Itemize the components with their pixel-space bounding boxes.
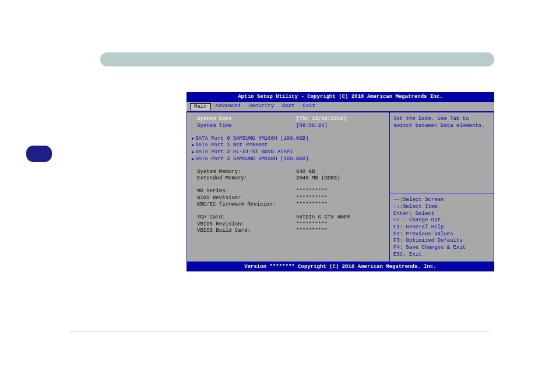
tab-exit[interactable]: Exit	[300, 103, 319, 111]
help-key-f2: F2: Previous Values	[393, 231, 490, 238]
help-line: switch between Data elements.	[393, 123, 490, 130]
vbios-revision-value: **********	[296, 221, 385, 228]
mb-series-label: MB Series:	[197, 188, 296, 195]
system-memory-label: System Memory:	[197, 169, 296, 176]
system-memory-value: 640 KB	[296, 169, 385, 176]
tab-boot[interactable]: Boot	[279, 103, 298, 111]
kbc-firmware-value: **********	[296, 202, 385, 209]
sata-port-2[interactable]: SATA Port 2 HL-DT-ST BDVD ATAPI	[192, 149, 385, 156]
help-key-select-item: ↑↓:Select Item	[393, 204, 490, 211]
bios-help-description: Set the Date. Use Tab to switch between …	[390, 112, 494, 193]
bios-main-panel: System Date [Thu 12/09/2010] System Time…	[186, 112, 390, 262]
system-time-label: System Time	[197, 123, 296, 130]
help-key-f4: F4: Save Changes & Exit	[393, 245, 490, 252]
system-date-value[interactable]: [Thu 12/09/2010]	[296, 116, 385, 123]
bios-revision-label: BIOS Revision:	[197, 195, 296, 202]
help-key-f3: F3: Optimized Defaults	[393, 238, 490, 245]
bios-tabs: Main Advanced Security Boot Exit	[186, 102, 494, 112]
vbios-build-value: **********	[296, 228, 385, 235]
bios-title: Aptio Setup Utility - Copyright (C) 2010…	[186, 92, 494, 102]
rounded-banner	[100, 52, 494, 66]
tab-security[interactable]: Security	[245, 103, 277, 111]
bios-help-keys: →←:Select Screen ↑↓:Select Item Enter: S…	[390, 193, 494, 262]
vga-card-label: VGA Card:	[197, 214, 296, 221]
help-line: Set the Date. Use Tab to	[393, 116, 490, 123]
help-key-enter: Enter: Select	[393, 211, 490, 218]
bios-window: Aptio Setup Utility - Copyright (C) 2010…	[186, 92, 494, 271]
tab-advanced[interactable]: Advanced	[212, 103, 244, 111]
vga-card-value: nVIDIA G GTX 460M	[296, 214, 385, 221]
extended-memory-label: Extended Memory:	[197, 175, 296, 182]
kbc-firmware-label: KBC/EC firmware Revision:	[197, 202, 296, 209]
sata-port-1[interactable]: SATA Port 1 Not Present	[192, 142, 385, 149]
mb-series-value: **********	[296, 188, 385, 195]
step-badge	[26, 146, 52, 162]
bios-revision-value: **********	[296, 195, 385, 202]
vbios-revision-label: VBIOS Revision:	[197, 221, 296, 228]
help-key-change-opt: +/-: Change Opt.	[393, 217, 490, 224]
bios-footer: Version ******** Copyright (C) 2010 Amer…	[186, 262, 494, 273]
help-key-select-screen: →←:Select Screen	[393, 197, 490, 204]
horizontal-divider	[70, 331, 490, 331]
help-key-esc: ESC: Exit	[393, 252, 490, 259]
tab-main[interactable]: Main	[190, 103, 211, 111]
system-date-label: System Date	[197, 116, 296, 123]
bios-body: System Date [Thu 12/09/2010] System Time…	[186, 112, 494, 262]
help-key-f1: F1: General Help	[393, 224, 490, 231]
vbios-build-label: VBIOS Build Card:	[197, 228, 296, 235]
bios-help-panel: Set the Date. Use Tab to switch between …	[390, 112, 494, 262]
sata-port-0[interactable]: SATA Port 0 SAMSUNG HM160H (160.0GB)	[192, 136, 385, 143]
system-time-value[interactable]: [09:56:26]	[296, 123, 385, 130]
sata-port-3[interactable]: SATA Port 3 SAMSUNG HM160H (160.0GB)	[192, 156, 385, 163]
extended-memory-value: 2048 MB (DDR3)	[296, 175, 385, 182]
